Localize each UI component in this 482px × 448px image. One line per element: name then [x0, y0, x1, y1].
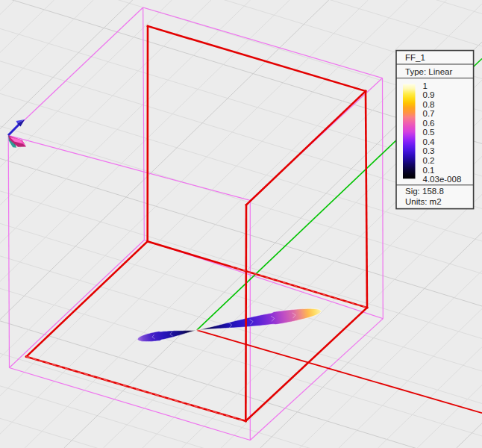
- svg-text:1: 1: [423, 81, 428, 90]
- svg-text:0.2: 0.2: [423, 156, 435, 165]
- svg-text:Type: Linear: Type: Linear: [405, 67, 452, 76]
- svg-text:4.03e-008: 4.03e-008: [423, 175, 462, 184]
- svg-text:0.6: 0.6: [423, 119, 435, 128]
- svg-text:0.1: 0.1: [423, 166, 435, 175]
- svg-text:0.5: 0.5: [423, 128, 435, 137]
- svg-text:0.4: 0.4: [423, 137, 436, 146]
- svg-text:0.8: 0.8: [423, 100, 435, 109]
- svg-text:Sig: 158.8: Sig: 158.8: [405, 187, 444, 196]
- svg-text:0.3: 0.3: [423, 146, 435, 155]
- svg-text:0.7: 0.7: [423, 109, 435, 118]
- svg-text:0.9: 0.9: [423, 90, 435, 99]
- svg-text:Units: m2: Units: m2: [405, 197, 442, 206]
- svg-text:FF_1: FF_1: [405, 53, 425, 62]
